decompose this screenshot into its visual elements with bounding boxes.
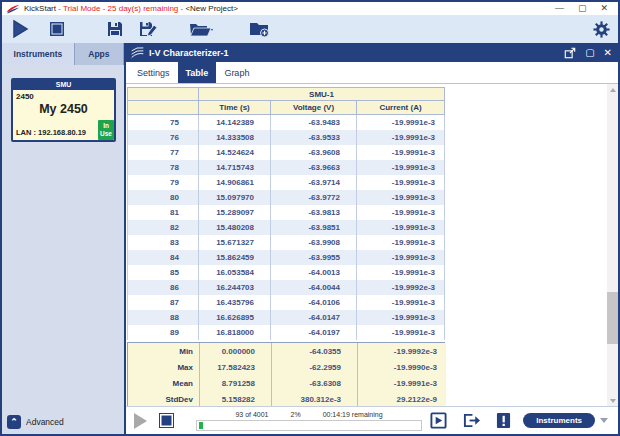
column-header-current[interactable]: Current (A) [357,101,445,115]
close-button[interactable]: ✕ [600,4,608,13]
save-as-button[interactable] [138,18,158,40]
open-project-button[interactable] [188,18,214,40]
save-button[interactable] [106,18,124,40]
table-row[interactable]: 8616.244703-64.0044-19.9992e-3 [127,280,445,295]
row-number-cell: 81 [127,205,199,220]
instrument-card[interactable]: SMU 2450 My 2450 LAN : 192.168.80.19 InU… [11,78,116,142]
row-number-cell: 76 [127,130,199,145]
status-stop-button[interactable] [159,413,174,428]
value-cell: 14.715743 [199,160,271,175]
run-script-button[interactable] [430,412,447,429]
progress-fill [199,422,203,429]
table-row[interactable]: 8516.053584-64.0013-19.9991e-3 [127,265,445,280]
value-cell: 16.053584 [199,265,271,280]
table-row[interactable]: 7514.142389-63.9483-19.9991e-3 [127,115,445,130]
row-number-cell: 75 [127,115,199,130]
error-log-button[interactable] [496,412,511,429]
column-header-time[interactable]: Time (s) [199,101,271,115]
chevron-down-icon[interactable] [600,418,608,423]
titlebar: KickStart - Trial Mode - 25 day(s) remai… [2,2,618,15]
stat-label-cell: Min [128,343,200,359]
window-title: KickStart - Trial Mode - 25 day(s) remai… [24,4,555,13]
table-row[interactable]: 8916.818000-64.0197-19.9991e-3 [127,325,445,340]
table-row[interactable]: 8415.862459-63.9955-19.9991e-3 [127,250,445,265]
table-row[interactable]: 8315.671327-63.9908-19.9991e-3 [127,235,445,250]
tab-table[interactable]: Table [178,62,217,83]
new-project-button[interactable] [248,18,270,40]
value-cell: 15.289097 [199,205,271,220]
row-number-cell: 89 [127,325,199,340]
panel-header: I-V Characterizer-1 ▢ ✕ [126,43,618,62]
status-play-icon[interactable] [134,413,147,429]
value-cell: 380.312e-3 [272,391,358,406]
advanced-toggle[interactable]: ⌃ Advanced [2,410,124,434]
popout-icon[interactable] [564,47,576,59]
smu-group-header: SMU-1 [199,87,445,101]
tab-graph[interactable]: Graph [216,62,257,83]
tab-instruments[interactable]: Instruments [2,43,75,65]
row-number-cell: 83 [127,235,199,250]
instrument-model: 2450 [13,90,114,101]
table-row[interactable]: 7614.333508-63.9533-19.9991e-3 [127,130,445,145]
value-cell: -64.0013 [271,265,357,280]
instruments-button[interactable]: Instruments [523,413,595,428]
column-header-voltage[interactable]: Voltage (V) [271,101,357,115]
progress-area: 93 of 4001 2% 00:14:19 remaining [196,411,422,431]
stats-row[interactable]: StdDev5.158282380.312e-329.2122e-9 [128,391,444,406]
advanced-label: Advanced [26,417,64,427]
table-row[interactable]: 8215.480208-63.9851-19.9991e-3 [127,220,445,235]
value-cell: 29.2122e-9 [358,391,446,406]
stats-row[interactable]: Max17.582423-62.2959-19.9990e-3 [128,359,444,375]
value-cell: -19.9991e-3 [357,250,445,265]
value-cell: -63.9483 [271,115,357,130]
maximize-button[interactable]: ▢ [578,4,587,13]
row-number-cell: 79 [127,175,199,190]
vertical-scrollbar[interactable] [607,84,618,406]
value-cell: -19.9991e-3 [357,310,445,325]
row-number-cell: 78 [127,160,199,175]
progress-count: 93 of 4001 [235,411,268,418]
table-row[interactable]: 8816.626895-64.0147-19.9991e-3 [127,310,445,325]
run-button[interactable] [10,18,30,40]
export-data-button[interactable] [462,412,481,429]
table-row[interactable]: 8015.097970-63.9772-19.9991e-3 [127,190,445,205]
tab-settings[interactable]: Settings [129,62,178,83]
scroll-up-icon[interactable] [607,84,618,95]
panel-close-button[interactable]: ✕ [604,48,612,58]
progress-remaining: 00:14:19 remaining [323,411,383,418]
value-cell: -19.9991e-3 [358,375,446,391]
minimize-button[interactable]: — [555,4,564,13]
value-cell: 14.906861 [199,175,271,190]
play-icon [10,19,30,39]
table-row[interactable]: 7914.906861-63.9714-19.9991e-3 [127,175,445,190]
row-number-cell: 86 [127,280,199,295]
table-row[interactable]: 7714.524624-63.9608-19.9991e-3 [127,145,445,160]
value-cell: 0.000000 [200,343,272,359]
scrollbar-thumb[interactable] [607,292,618,344]
stop-button[interactable] [48,18,66,40]
kickstart-logo [6,4,20,14]
value-cell: -19.9990e-3 [358,359,446,375]
value-cell: -63.9772 [271,190,357,205]
tab-apps[interactable]: Apps [75,43,124,65]
corner-cell [127,101,199,115]
panel-tabbar: Settings Table Graph [126,62,618,84]
status-bar: 93 of 4001 2% 00:14:19 remaining Instrum… [126,406,618,434]
app-window: KickStart - Trial Mode - 25 day(s) remai… [0,0,620,436]
scroll-down-icon[interactable] [607,395,618,406]
row-number-cell: 82 [127,220,199,235]
value-cell: -19.9991e-3 [357,220,445,235]
table-row[interactable]: 8716.435796-64.0106-19.9991e-3 [127,295,445,310]
table-row[interactable]: 7814.715743-63.9663-19.9991e-3 [127,160,445,175]
stats-row[interactable]: Min0.000000-64.0355-19.9992e-3 [128,343,444,359]
table-body: 7514.142389-63.9483-19.9991e-37614.33350… [127,115,445,340]
stats-row[interactable]: Mean8.791258-63.6308-19.9991e-3 [128,375,444,391]
settings-button[interactable] [593,18,610,40]
panel-maximize-button[interactable]: ▢ [585,48,594,58]
table-row[interactable]: 8115.289097-63.9813-19.9991e-3 [127,205,445,220]
value-cell: -19.9992e-3 [357,280,445,295]
row-number-cell: 80 [127,190,199,205]
value-cell: -19.9991e-3 [357,145,445,160]
value-cell: 15.862459 [199,250,271,265]
value-cell: 15.671327 [199,235,271,250]
